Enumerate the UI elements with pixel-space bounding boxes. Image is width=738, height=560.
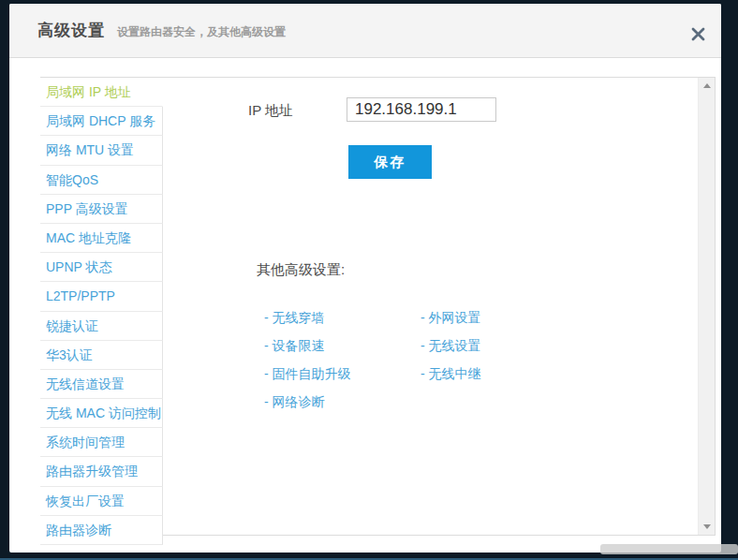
link-network-diagnosis[interactable]: - 网络诊断	[264, 388, 421, 416]
sidebar-item-qos[interactable]: 智能QoS	[40, 166, 163, 195]
other-settings-title: 其他高级设置:	[257, 261, 345, 279]
advanced-settings-dialog: 高级设置 设置路由器安全，及其他高级设置 IP 地址 保存 其他高级设置: - …	[9, 4, 721, 553]
link-wireless-settings[interactable]: - 无线设置	[421, 332, 481, 360]
background-page-remnant	[600, 544, 738, 554]
dialog-header: 高级设置 设置路由器安全，及其他高级设置	[9, 4, 721, 58]
sidebar-item-wireless-channel[interactable]: 无线信道设置	[40, 370, 163, 399]
link-wan-settings[interactable]: - 外网设置	[421, 303, 481, 332]
page-overlay-background: 高级设置 设置路由器安全，及其他高级设置 IP 地址 保存 其他高级设置: - …	[0, 0, 738, 560]
sidebar-item-l2tp-pptp[interactable]: L2TP/PPTP	[40, 282, 163, 311]
link-wireless-penetration[interactable]: - 无线穿墙	[264, 303, 421, 332]
sidebar-item-h3-auth[interactable]: 华3认证	[40, 341, 163, 370]
sidebar-item-router-diagnosis[interactable]: 路由器诊断	[40, 516, 163, 545]
sidebar-item-system-time[interactable]: 系统时间管理	[40, 428, 163, 457]
save-button[interactable]: 保存	[348, 145, 432, 179]
scroll-down-arrow-icon[interactable]	[699, 519, 715, 535]
dialog-subtitle: 设置路由器安全，及其他高级设置	[117, 22, 286, 40]
sidebar-item-mac-clone[interactable]: MAC 地址克隆	[40, 224, 163, 253]
other-settings-links: - 无线穿墙 - 外网设置 - 设备限速 - 无线设置 - 固件自助升级 - 无…	[264, 303, 481, 416]
sidebar-item-ruijie-auth[interactable]: 锐捷认证	[40, 312, 163, 341]
sidebar-item-lan-dhcp[interactable]: 局域网 DHCP 服务	[40, 107, 163, 136]
sidebar-item-ppp[interactable]: PPP 高级设置	[40, 195, 163, 224]
ip-address-input[interactable]	[347, 97, 496, 122]
scroll-up-arrow-icon[interactable]	[699, 78, 715, 94]
sidebar-item-factory-reset[interactable]: 恢复出厂设置	[40, 487, 163, 516]
link-wireless-repeater[interactable]: - 无线中继	[421, 360, 481, 388]
sidebar-item-wireless-mac-acl[interactable]: 无线 MAC 访问控制	[40, 399, 163, 428]
link-firmware-self-upgrade[interactable]: - 固件自助升级	[264, 360, 421, 388]
close-icon[interactable]	[684, 20, 712, 48]
sidebar-item-mtu[interactable]: 网络 MTU 设置	[40, 136, 163, 165]
dialog-title: 高级设置	[37, 20, 105, 41]
scrollbar[interactable]	[698, 78, 715, 535]
sidebar: 局域网 IP 地址 局域网 DHCP 服务 网络 MTU 设置 智能QoS PP…	[40, 78, 163, 545]
ip-address-label: IP 地址	[248, 98, 293, 123]
link-device-speed-limit[interactable]: - 设备限速	[264, 332, 421, 360]
sidebar-item-router-upgrade[interactable]: 路由器升级管理	[40, 457, 163, 486]
sidebar-item-lan-ip[interactable]: 局域网 IP 地址	[40, 78, 163, 107]
sidebar-item-upnp[interactable]: UPNP 状态	[40, 253, 163, 282]
